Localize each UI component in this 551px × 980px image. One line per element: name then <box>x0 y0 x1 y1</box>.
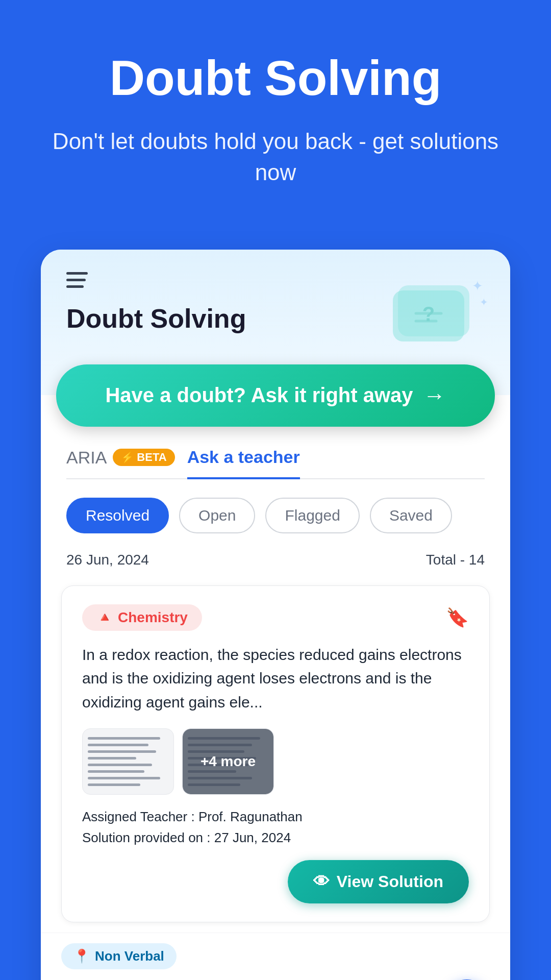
cta-text: Have a doubt? Ask it right away <box>105 384 413 407</box>
question-card: 🔺 Chemistry 🔖 In a redox reaction, the s… <box>61 585 490 923</box>
lightning-icon: ⚡ <box>121 451 134 463</box>
card-inner-title: Doubt Solving <box>66 303 246 334</box>
thumbnail-1[interactable] <box>82 728 174 795</box>
eye-icon: 👁 <box>313 872 330 891</box>
hero-subtitle: Don't let doubts hold you back - get sol… <box>31 126 520 188</box>
next-subject-row: 📍 Non Verbal <box>61 943 490 969</box>
view-solution-label: View Solution <box>337 872 443 891</box>
total-label: Total - 14 <box>426 552 485 568</box>
card-wrapper: Doubt Solving ? ✦ ✦ Have a doubt? <box>41 250 510 980</box>
next-subject-label: Non Verbal <box>95 948 164 964</box>
date-total-row: 26 Jun, 2024 Total - 14 <box>41 552 510 580</box>
beta-text: BETA <box>137 451 166 464</box>
subject-badge: 🔺 Chemistry <box>82 604 202 631</box>
svg-text:✦: ✦ <box>480 297 488 308</box>
question-text: In a redox reaction, the species reduced… <box>82 643 469 715</box>
tab-ask-teacher[interactable]: Ask a teacher <box>187 447 300 479</box>
solution-date-row: Solution provided on : 27 Jun, 2024 <box>82 830 469 846</box>
subject-label: Chemistry <box>118 609 188 626</box>
thumbnails-row: +4 more <box>82 728 469 795</box>
hero-title: Doubt Solving <box>31 51 520 105</box>
chemistry-icon: 🔺 <box>96 609 113 625</box>
next-card-partial: 📍 Non Verbal <box>41 933 510 980</box>
tabs-section: ARIA ⚡ BETA Ask a teacher <box>41 427 510 479</box>
solution-date-label: Solution provided on : <box>82 830 214 845</box>
assigned-teacher-label: Assigned Teacher : <box>82 809 198 824</box>
solution-date-value: 27 Jun, 2024 <box>214 830 291 845</box>
doubt-solving-illustration: ? ✦ ✦ <box>388 275 490 357</box>
bookmark-icon[interactable]: 🔖 <box>446 607 469 628</box>
cta-pill[interactable]: Have a doubt? Ask it right away → <box>56 364 495 427</box>
button-row: 👁 View Solution <box>82 860 469 903</box>
date-label: 26 Jun, 2024 <box>66 552 149 568</box>
beta-badge: ⚡ BETA <box>113 449 174 466</box>
main-card: Doubt Solving ? ✦ ✦ Have a doubt? <box>41 250 510 980</box>
svg-text:✦: ✦ <box>472 278 483 293</box>
tab-aria-label: ARIA <box>66 448 107 468</box>
next-subject-badge: 📍 Non Verbal <box>61 943 177 969</box>
view-solution-button[interactable]: 👁 View Solution <box>288 860 469 903</box>
filter-saved[interactable]: Saved <box>370 498 452 533</box>
filter-open[interactable]: Open <box>179 498 255 533</box>
cta-arrow-icon: → <box>423 383 446 408</box>
tabs-row: ARIA ⚡ BETA Ask a teacher <box>66 447 485 479</box>
assigned-teacher-row: Assigned Teacher : Prof. Ragunathan <box>82 809 469 825</box>
assigned-teacher-value: Prof. Ragunathan <box>198 809 303 824</box>
filter-flagged[interactable]: Flagged <box>265 498 359 533</box>
non-verbal-icon: 📍 <box>73 948 90 964</box>
card-title-row: Doubt Solving ? ✦ ✦ <box>66 303 485 334</box>
hero-section: Doubt Solving Don't let doubts hold you … <box>0 0 551 219</box>
filter-resolved[interactable]: Resolved <box>66 498 169 533</box>
tab-teacher-label: Ask a teacher <box>187 447 300 467</box>
question-card-top: 🔺 Chemistry 🔖 <box>82 604 469 631</box>
tab-aria[interactable]: ARIA ⚡ BETA <box>66 448 175 478</box>
more-overlay[interactable]: +4 more <box>183 729 273 794</box>
more-count-label: +4 more <box>201 753 256 770</box>
thumbnail-2[interactable]: +4 more <box>182 728 274 795</box>
filter-row: Resolved Open Flagged Saved <box>41 479 510 552</box>
